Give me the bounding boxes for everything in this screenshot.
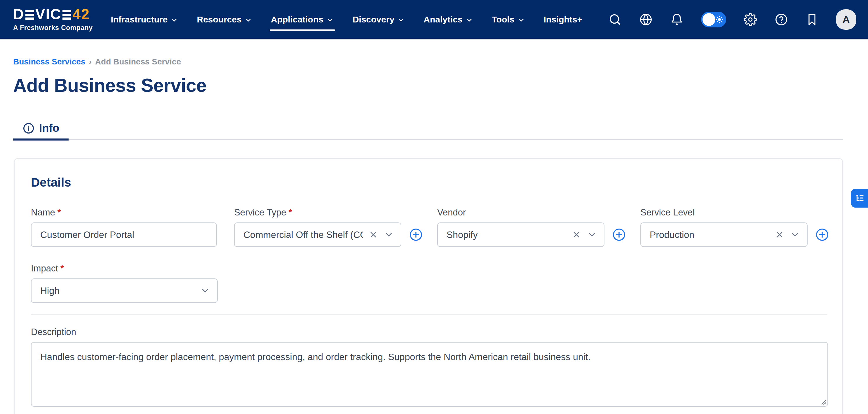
logo-number: 42	[72, 7, 90, 22]
vendor-value: Shopify	[446, 230, 566, 240]
breadcrumb-separator: ›	[89, 57, 92, 66]
resize-handle[interactable]	[819, 398, 827, 405]
logo-e-glyph	[62, 10, 71, 20]
chevron-down-icon[interactable]	[587, 230, 597, 240]
nav-resources[interactable]: Resources	[197, 14, 252, 25]
chevron-down-icon	[170, 16, 178, 24]
nav-discovery[interactable]: Discovery	[352, 14, 405, 25]
nav-infrastructure[interactable]: Infrastructure	[111, 14, 178, 25]
clear-icon[interactable]	[369, 230, 378, 239]
service-type-value: Commercial Off the Shelf (COTS)	[243, 230, 363, 240]
main-nav: Infrastructure Resources Applications Di…	[111, 0, 582, 39]
tree-structure-icon	[855, 193, 865, 203]
help-button[interactable]	[775, 13, 788, 26]
description-textarea[interactable]: Handles customer-facing order placement,…	[31, 342, 828, 407]
bookmarks-button[interactable]	[806, 13, 818, 26]
brand-tagline: A Freshworks Company	[13, 24, 93, 32]
chevron-down-icon	[245, 16, 252, 24]
settings-button[interactable]	[744, 13, 757, 26]
clear-icon[interactable]	[572, 230, 581, 239]
plus-circle-icon	[612, 228, 626, 242]
tabbar-divider	[13, 139, 843, 140]
bell-icon	[670, 13, 684, 26]
service-level-value: Production	[650, 230, 769, 240]
name-input[interactable]	[31, 222, 217, 247]
nav-insights[interactable]: Insights+	[544, 14, 583, 25]
search-button[interactable]	[608, 13, 622, 26]
notifications-button[interactable]	[670, 13, 684, 26]
nav-analytics[interactable]: Analytics	[424, 14, 473, 25]
field-service-level: Service Level Production	[640, 207, 829, 247]
name-label: Name*	[31, 207, 217, 218]
chevron-down-icon[interactable]	[790, 230, 800, 240]
chevron-down-icon[interactable]	[384, 230, 394, 240]
logo-e-glyph	[25, 10, 34, 20]
brand-logo[interactable]: D VIC 42 A Freshworks Company	[13, 7, 93, 32]
impact-label: Impact*	[31, 263, 218, 274]
add-service-type-button[interactable]	[409, 228, 423, 242]
top-navbar: D VIC 42 A Freshworks Company Infrastruc…	[0, 0, 868, 40]
service-type-label: Service Type*	[234, 207, 423, 218]
vendor-select[interactable]: Shopify	[437, 222, 604, 247]
nav-tools[interactable]: Tools	[492, 14, 525, 25]
add-service-level-button[interactable]	[815, 228, 829, 242]
theme-toggle[interactable]	[701, 12, 726, 27]
tab-info[interactable]: Info	[13, 118, 69, 141]
plus-circle-icon	[815, 228, 829, 242]
chevron-down-icon	[518, 16, 525, 24]
field-vendor: Vendor Shopify	[437, 207, 626, 247]
navbar-actions: A	[608, 9, 856, 30]
toggle-knob-icon	[703, 13, 715, 26]
chevron-down-icon	[326, 16, 334, 24]
avatar-initial: A	[843, 14, 850, 25]
tab-info-label: Info	[39, 122, 60, 134]
language-button[interactable]	[639, 13, 653, 26]
hierarchy-panel-button[interactable]	[851, 189, 868, 208]
search-icon	[608, 13, 622, 26]
service-level-label: Service Level	[640, 207, 829, 218]
field-service-type: Service Type* Commercial Off the Shelf (…	[234, 207, 423, 247]
chevron-down-icon	[466, 16, 473, 24]
details-card: Details Name* Service Type* Commercial O…	[14, 158, 843, 414]
brand-wordmark: D VIC 42	[13, 7, 93, 22]
required-asterisk: *	[60, 263, 64, 273]
plus-circle-icon	[409, 228, 423, 242]
required-asterisk: *	[58, 207, 61, 217]
page-title: Add Business Service	[13, 75, 206, 96]
user-avatar-button[interactable]: A	[836, 9, 856, 30]
chevron-down-icon	[397, 16, 405, 24]
info-icon	[23, 122, 35, 134]
help-circle-icon	[775, 13, 788, 26]
chevron-down-icon[interactable]	[200, 286, 210, 296]
impact-value: High	[40, 285, 194, 296]
breadcrumb: Business Services › Add Business Service	[13, 57, 181, 66]
service-type-select[interactable]: Commercial Off the Shelf (COTS)	[234, 222, 401, 247]
gear-icon	[744, 13, 757, 26]
breadcrumb-link-business-services[interactable]: Business Services	[13, 57, 86, 66]
logo-letter: D	[13, 7, 24, 22]
clear-icon[interactable]	[775, 230, 784, 239]
section-divider	[31, 314, 827, 315]
breadcrumb-current: Add Business Service	[95, 57, 181, 66]
add-vendor-button[interactable]	[612, 228, 626, 242]
field-impact: Impact* High	[31, 263, 218, 303]
impact-select[interactable]: High	[31, 278, 218, 303]
required-asterisk: *	[289, 207, 292, 217]
globe-icon	[639, 13, 653, 26]
section-title-details: Details	[31, 175, 71, 189]
nav-applications[interactable]: Applications	[271, 14, 334, 25]
description-label: Description	[31, 327, 828, 337]
sun-icon	[715, 15, 723, 24]
service-level-select[interactable]: Production	[640, 222, 808, 247]
field-name: Name*	[31, 207, 217, 247]
bookmark-icon	[806, 13, 818, 26]
logo-letters: VIC	[35, 7, 61, 22]
vendor-label: Vendor	[437, 207, 626, 218]
field-description: Description Handles customer-facing orde…	[31, 327, 828, 407]
